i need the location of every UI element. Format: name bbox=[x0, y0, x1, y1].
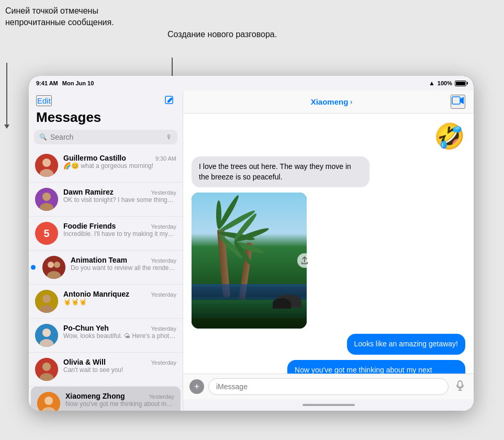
home-bar-line bbox=[303, 404, 355, 406]
conv-preview-xiaomeng: Now you've got me thinking about my next… bbox=[65, 400, 174, 409]
bubble-blue-getaway: Looks like an amazing getaway! bbox=[347, 334, 465, 355]
conv-top-xiaomeng: Xiaomeng Zhong Yesterday bbox=[65, 392, 174, 400]
conv-item-pochun[interactable]: Po-Chun Yeh Yesterday Wow, looks beautif… bbox=[29, 319, 183, 353]
search-mic-icon: 🎙 bbox=[166, 133, 172, 141]
chat-contact-chevron: › bbox=[350, 98, 352, 106]
conv-top-animation: Animation Team Yesterday bbox=[71, 256, 176, 264]
conv-name-xiaomeng: Xiaomeng Zhong bbox=[65, 392, 125, 400]
search-input[interactable] bbox=[50, 133, 163, 141]
annotation-compose: Создание нового разговора. bbox=[167, 29, 277, 40]
avatar-antonio bbox=[35, 290, 58, 313]
battery-icon bbox=[455, 81, 466, 86]
avatar-guillermo bbox=[35, 154, 58, 177]
status-date: Mon Jun 10 bbox=[62, 80, 94, 86]
svg-point-12 bbox=[42, 295, 51, 303]
conv-content-dawn: Dawn Ramirez Yesterday OK to visit tonig… bbox=[63, 188, 176, 205]
avatar-img-antonio bbox=[35, 290, 58, 313]
chat-header: Xiaomeng › bbox=[183, 91, 474, 114]
conv-item-dawn[interactable]: Dawn Ramirez Yesterday OK to visit tonig… bbox=[29, 183, 183, 217]
avatar-img-xiaomeng bbox=[37, 392, 60, 411]
svg-point-5 bbox=[42, 193, 51, 201]
chat-contact-name: Xiaomeng bbox=[311, 97, 349, 106]
svg-point-2 bbox=[42, 159, 51, 167]
conv-preview-guillermo: 🌈😊 what a gorgeous morning! bbox=[63, 162, 176, 171]
conv-preview-olivia: Can't wait to see you! bbox=[63, 366, 176, 375]
edit-button[interactable]: Edit bbox=[36, 95, 52, 106]
svg-point-8 bbox=[48, 262, 54, 268]
conv-name-foodie: Foodie Friends bbox=[63, 222, 116, 230]
search-icon: 🔍 bbox=[39, 133, 47, 141]
bubble-gray-trees: I love the trees out here. The way they … bbox=[192, 156, 369, 187]
svg-rect-27 bbox=[458, 381, 462, 387]
conv-content-guillermo: Guillermo Castillo 9:30 AM 🌈😊 what a gor… bbox=[63, 154, 176, 171]
emoji-reaction: 🤣 bbox=[434, 122, 465, 151]
sidebar-header: Edit bbox=[29, 91, 183, 108]
add-button[interactable]: + bbox=[189, 379, 204, 394]
conv-time-dawn: Yesterday bbox=[151, 189, 176, 196]
avatar-img-animation bbox=[42, 256, 65, 279]
conv-preview-animation: Do you want to review all the renders to… bbox=[71, 264, 176, 273]
conv-top-foodie: Foodie Friends Yesterday bbox=[63, 222, 176, 230]
palm-scene bbox=[192, 193, 307, 329]
avatar-animation bbox=[42, 256, 65, 279]
mic-button[interactable] bbox=[453, 379, 467, 394]
ipad-device: 9:41 AM Mon Jun 10 ▲ 100% Edit bbox=[29, 76, 474, 411]
mic-icon bbox=[456, 380, 464, 391]
conv-item-guillermo[interactable]: Guillermo Castillo 9:30 AM 🌈😊 what a gor… bbox=[29, 149, 183, 183]
conv-time-pochun: Yesterday bbox=[151, 325, 176, 332]
svg-point-15 bbox=[42, 329, 51, 337]
conv-name-pochun: Po-Chun Yeh bbox=[63, 324, 109, 332]
conv-time-olivia: Yesterday bbox=[151, 359, 176, 366]
conv-time-foodie: Yesterday bbox=[151, 223, 176, 230]
avatar-olivia bbox=[35, 358, 58, 381]
chat-contact[interactable]: Xiaomeng › bbox=[311, 97, 353, 106]
conv-name-dawn: Dawn Ramirez bbox=[63, 188, 114, 196]
chat-panel: Xiaomeng › 🤣 I love the trees out here. … bbox=[183, 91, 474, 411]
conv-content-animation: Animation Team Yesterday Do you want to … bbox=[71, 256, 176, 273]
conv-name-olivia: Olivia & Will bbox=[63, 358, 106, 366]
conv-item-olivia[interactable]: Olivia & Will Yesterday Can't wait to se… bbox=[29, 353, 183, 387]
conv-preview-pochun: Wow, looks beautiful. 🌤 Here's a photo o… bbox=[63, 332, 176, 341]
sidebar-title: Messages bbox=[29, 108, 183, 130]
video-call-button[interactable] bbox=[451, 95, 465, 109]
compose-button[interactable] bbox=[164, 95, 175, 106]
conv-preview-foodie: Incredible. I'll have to try making it m… bbox=[63, 230, 176, 239]
battery-percent: 100% bbox=[438, 80, 452, 86]
annotation-unread: Синей точкой отмеченынепрочитанные сообщ… bbox=[5, 5, 120, 29]
msg-image-left bbox=[192, 193, 317, 329]
input-bar: + bbox=[183, 374, 474, 399]
avatar-img-pochun bbox=[35, 324, 58, 347]
share-icon[interactable] bbox=[297, 253, 312, 268]
avatar-img-dawn bbox=[35, 188, 58, 211]
conv-content-xiaomeng: Xiaomeng Zhong Yesterday Now you've got … bbox=[65, 392, 174, 409]
arrow-unread-indicator bbox=[6, 63, 7, 126]
app-container: Edit Messages 🔍 🎙 bbox=[29, 91, 474, 411]
search-bar[interactable]: 🔍 🎙 bbox=[34, 130, 177, 144]
msg-bubble-trees: I love the trees out here. The way they … bbox=[192, 156, 369, 187]
conv-top-dawn: Dawn Ramirez Yesterday bbox=[63, 188, 176, 196]
conv-item-foodie[interactable]: 5 Foodie Friends Yesterday Incredible. I… bbox=[29, 217, 183, 251]
chat-messages: 🤣 I love the trees out here. The way the… bbox=[183, 114, 474, 374]
message-input[interactable] bbox=[208, 378, 449, 395]
avatar-img-olivia bbox=[35, 358, 58, 381]
share-arrow-icon bbox=[301, 256, 308, 265]
status-time: 9:41 AM bbox=[36, 80, 58, 86]
beach-photo bbox=[192, 193, 307, 329]
conv-name-antonio: Antonio Manriquez bbox=[63, 290, 129, 298]
svg-rect-26 bbox=[452, 97, 460, 104]
conversation-list: Guillermo Castillo 9:30 AM 🌈😊 what a gor… bbox=[29, 149, 183, 411]
msg-right-getaway: Looks like an amazing getaway! bbox=[347, 334, 465, 355]
avatar-img-guillermo bbox=[35, 154, 58, 177]
svg-point-18 bbox=[42, 363, 51, 371]
conv-content-olivia: Olivia & Will Yesterday Can't wait to se… bbox=[63, 358, 176, 375]
avatar-foodie: 5 bbox=[35, 222, 58, 245]
status-bar: 9:41 AM Mon Jun 10 ▲ 100% bbox=[29, 76, 474, 91]
msg-right-vacation: Now you've got me thinking about my next… bbox=[287, 360, 465, 374]
conv-item-animation[interactable]: Animation Team Yesterday Do you want to … bbox=[29, 251, 183, 285]
conv-content-antonio: Antonio Manriquez Yesterday 🤘🤘🤘 bbox=[63, 290, 176, 307]
conv-item-xiaomeng[interactable]: Xiaomeng Zhong Yesterday Now you've got … bbox=[31, 387, 181, 411]
conv-top-pochun: Po-Chun Yeh Yesterday bbox=[63, 324, 176, 332]
video-icon bbox=[452, 96, 464, 105]
conv-item-antonio[interactable]: Antonio Manriquez Yesterday 🤘🤘🤘 bbox=[29, 285, 183, 319]
svg-point-9 bbox=[54, 262, 60, 268]
